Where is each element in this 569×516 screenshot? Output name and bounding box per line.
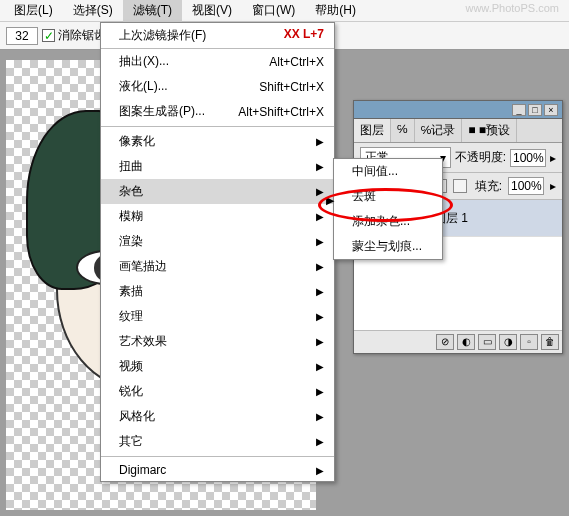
submenu-arrow-icon: ▶ bbox=[316, 361, 324, 372]
submenu-arrow-icon: ▶ bbox=[316, 136, 324, 147]
tolerance-input[interactable] bbox=[6, 27, 38, 45]
noise-add-noise[interactable]: 添加杂色... bbox=[334, 209, 442, 234]
submenu-arrow-icon: ▶ bbox=[316, 236, 324, 247]
delete-layer-button[interactable]: 🗑 bbox=[541, 334, 559, 350]
fill-label: 填充: bbox=[475, 178, 502, 195]
filter-liquify[interactable]: 液化(L)...Shift+Ctrl+X bbox=[101, 74, 334, 99]
noise-dust-scratches[interactable]: 蒙尘与划痕... bbox=[334, 234, 442, 259]
menu-window[interactable]: 窗口(W) bbox=[242, 0, 305, 22]
layer-style-button[interactable]: ⊘ bbox=[436, 334, 454, 350]
watermark: www.PhotoPS.com bbox=[465, 2, 559, 14]
filter-distort[interactable]: 扭曲▶ bbox=[101, 154, 334, 179]
opacity-input[interactable]: 100% bbox=[510, 149, 546, 167]
filter-pattern-maker[interactable]: 图案生成器(P)...Alt+Shift+Ctrl+X bbox=[101, 99, 334, 124]
minimize-button[interactable]: _ bbox=[512, 104, 526, 116]
antialias-checkbox[interactable]: ✓ bbox=[42, 29, 55, 42]
new-group-button[interactable]: ▭ bbox=[478, 334, 496, 350]
noise-median[interactable]: 中间值... bbox=[334, 159, 442, 184]
submenu-arrow-icon: ▶ bbox=[316, 436, 324, 447]
lock-all-icon[interactable] bbox=[453, 179, 467, 193]
fill-input[interactable]: 100% bbox=[508, 177, 544, 195]
submenu-arrow-icon: ▶ bbox=[316, 311, 324, 322]
tab-history[interactable]: ℅记录 bbox=[415, 119, 463, 142]
filter-dropdown: 上次滤镜操作(F) XX L+7 抽出(X)...Alt+Ctrl+X 液化(L… bbox=[100, 22, 335, 482]
last-filter-shortcut: XX L+7 bbox=[284, 27, 324, 44]
filter-texture[interactable]: 纹理▶ bbox=[101, 304, 334, 329]
filter-sharpen[interactable]: 锐化▶ bbox=[101, 379, 334, 404]
maximize-button[interactable]: □ bbox=[528, 104, 542, 116]
menu-select[interactable]: 选择(S) bbox=[63, 0, 123, 22]
last-filter-label[interactable]: 上次滤镜操作(F) bbox=[119, 27, 206, 44]
chevron-right-icon: ▸ bbox=[550, 151, 556, 165]
filter-pixelate[interactable]: 像素化▶ bbox=[101, 129, 334, 154]
close-button[interactable]: × bbox=[544, 104, 558, 116]
tab-layers[interactable]: 图层 bbox=[354, 119, 391, 142]
filter-render[interactable]: 渲染▶ bbox=[101, 229, 334, 254]
filter-digimarc[interactable]: Digimarc▶ bbox=[101, 459, 334, 481]
menu-filter[interactable]: 滤镜(T) bbox=[123, 0, 182, 22]
menu-layer[interactable]: 图层(L) bbox=[4, 0, 63, 22]
filter-other[interactable]: 其它▶ bbox=[101, 429, 334, 454]
menu-help[interactable]: 帮助(H) bbox=[305, 0, 366, 22]
filter-extract[interactable]: 抽出(X)...Alt+Ctrl+X bbox=[101, 49, 334, 74]
filter-brush-strokes[interactable]: 画笔描边▶ bbox=[101, 254, 334, 279]
layer-mask-button[interactable]: ◐ bbox=[457, 334, 475, 350]
noise-submenu: 中间值... 去斑 添加杂色... 蒙尘与划痕... bbox=[333, 158, 443, 260]
menu-view[interactable]: 视图(V) bbox=[182, 0, 242, 22]
submenu-indicator-icon: ▶ bbox=[326, 194, 334, 207]
tab-presets[interactable]: ■ ■预设 bbox=[462, 119, 517, 142]
new-layer-button[interactable]: ▫ bbox=[520, 334, 538, 350]
filter-artistic[interactable]: 艺术效果▶ bbox=[101, 329, 334, 354]
filter-sketch[interactable]: 素描▶ bbox=[101, 279, 334, 304]
submenu-arrow-icon: ▶ bbox=[316, 465, 324, 476]
adjustment-layer-button[interactable]: ◑ bbox=[499, 334, 517, 350]
filter-noise[interactable]: 杂色▶ bbox=[101, 179, 334, 204]
submenu-arrow-icon: ▶ bbox=[316, 386, 324, 397]
filter-stylize[interactable]: 风格化▶ bbox=[101, 404, 334, 429]
opacity-label: 不透明度: bbox=[455, 149, 506, 166]
submenu-arrow-icon: ▶ bbox=[316, 336, 324, 347]
submenu-arrow-icon: ▶ bbox=[316, 186, 324, 197]
submenu-arrow-icon: ▶ bbox=[316, 261, 324, 272]
noise-despeckle[interactable]: 去斑 bbox=[334, 184, 442, 209]
antialias-label: 消除锯齿 bbox=[58, 27, 106, 44]
submenu-arrow-icon: ▶ bbox=[316, 161, 324, 172]
submenu-arrow-icon: ▶ bbox=[316, 411, 324, 422]
filter-video[interactable]: 视频▶ bbox=[101, 354, 334, 379]
filter-blur[interactable]: 模糊▶ bbox=[101, 204, 334, 229]
tab-channels[interactable]: ℅ bbox=[391, 119, 415, 142]
chevron-right-icon: ▸ bbox=[550, 179, 556, 193]
submenu-arrow-icon: ▶ bbox=[316, 286, 324, 297]
submenu-arrow-icon: ▶ bbox=[316, 211, 324, 222]
